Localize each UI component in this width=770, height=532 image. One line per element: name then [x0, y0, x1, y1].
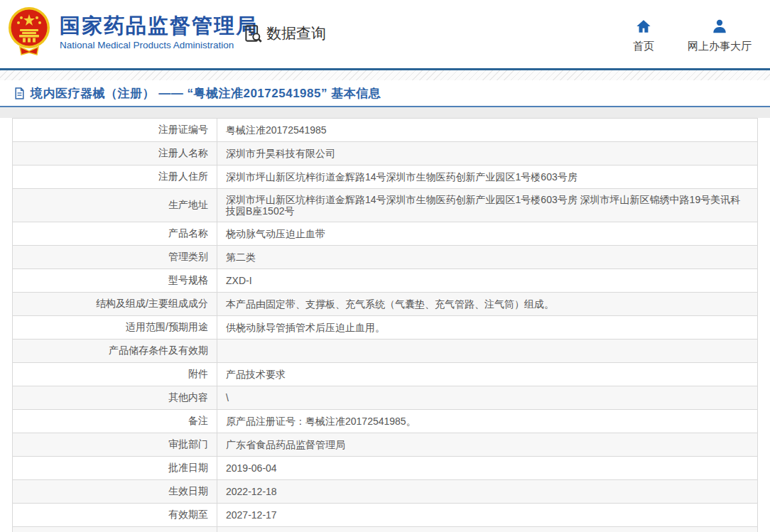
- home-icon: [636, 18, 651, 34]
- site-header: 国家药品监督管理局 National Medical Products Admi…: [0, 0, 770, 68]
- spacer-band: [0, 107, 770, 118]
- nav-home-label: 首页: [633, 40, 654, 53]
- row-value: 第二类: [217, 246, 758, 269]
- row-label: 注册人住所: [13, 165, 217, 189]
- table-row: 产品储存条件及有效期: [13, 340, 758, 363]
- row-label-text: 其他内容: [168, 391, 208, 403]
- row-label: 产品储存条件及有效期: [13, 340, 217, 363]
- row-value: 产品技术要求: [217, 363, 758, 386]
- table-row: 变更情况2022-11-25: 1、生产地址由 “深圳市坪山新区坑梓街道金辉路1…: [13, 527, 758, 532]
- row-label-text: 备注: [188, 415, 208, 426]
- row-label-text: 审批部门: [168, 438, 208, 450]
- row-label-text: 产品储存条件及有效期: [109, 344, 208, 356]
- row-label: 有效期至: [13, 504, 217, 527]
- row-label-text: 注册人名称: [158, 147, 208, 158]
- table-row: 附件产品技术要求: [13, 363, 758, 386]
- row-label-text: 批准日期: [168, 462, 208, 473]
- row-value: 2027-12-17: [217, 504, 758, 527]
- data-query-tab[interactable]: 数据查询: [244, 23, 326, 43]
- row-label-text: 附件: [188, 368, 208, 379]
- row-value: 广东省食品药品监督管理局: [217, 433, 758, 457]
- table-row: 管理类别第二类: [13, 246, 758, 269]
- user-icon: [712, 18, 727, 34]
- row-value: 2022-12-18: [217, 480, 758, 504]
- table-row: 适用范围/预期用途供桡动脉导管插管术后压迫止血用。: [13, 316, 758, 340]
- page-title-bar: 境内医疗器械（注册） —— “粤械注准20172541985” 基本信息: [0, 80, 770, 107]
- page-icon: [13, 87, 26, 99]
- row-value: 2022-11-25: 1、生产地址由 “深圳市坪山新区坑梓街道金辉路14号深圳…: [217, 527, 758, 532]
- row-label: 批准日期: [13, 457, 217, 480]
- data-query-label: 数据查询: [266, 23, 326, 43]
- info-table-body: 注册证编号粤械注准20172541985注册人名称深圳市升昊科技有限公司注册人住…: [13, 119, 758, 532]
- national-emblem-icon: [6, 6, 53, 58]
- brand-logo[interactable]: 国家药品监督管理局 National Medical Products Admi…: [6, 6, 258, 58]
- row-label-text: 生效日期: [168, 485, 208, 496]
- table-row: 生产地址深圳市坪山新区坑梓街道金辉路14号深圳市生物医药创新产业园区1号楼603…: [13, 189, 758, 222]
- row-value: 深圳市坪山新区坑梓街道金辉路14号深圳市生物医药创新产业园区1号楼603号房 深…: [217, 189, 758, 222]
- table-row: 产品名称桡动脉气动压迫止血带: [13, 222, 758, 246]
- nav-online-hall-label: 网上办事大厅: [688, 40, 752, 53]
- row-label: 注册证编号: [13, 119, 217, 142]
- table-row: 注册人住所深圳市坪山新区坑梓街道金辉路14号深圳市生物医药创新产业园区1号楼60…: [13, 165, 758, 189]
- brand-title-en: National Medical Products Administration: [60, 40, 258, 50]
- row-label: 注册人名称: [13, 142, 217, 165]
- table-row: 注册证编号粤械注准20172541985: [13, 119, 758, 142]
- page-title: 境内医疗器械（注册） —— “粤械注准20172541985” 基本信息: [31, 85, 381, 102]
- table-row: 备注原产品注册证号：粤械注准20172541985。: [13, 410, 758, 433]
- table-row: 批准日期2019-06-04: [13, 457, 758, 480]
- row-label: 变更情况: [13, 527, 217, 532]
- row-label: 生效日期: [13, 480, 217, 504]
- row-value: ZXD-I: [217, 269, 758, 293]
- table-row: 结构及组成/主要组成成分本产品由固定带、支撑板、充气系统（气囊垫、充气管路、注气…: [13, 293, 758, 316]
- row-value: 原产品注册证号：粤械注准20172541985。: [217, 410, 758, 433]
- hatch-band: [0, 70, 770, 80]
- row-label-text: 生产地址: [168, 199, 208, 210]
- row-label-text: 注册人住所: [158, 170, 208, 182]
- top-nav: 首页 网上办事大厅: [624, 18, 752, 53]
- row-label-text: 结构及组成/主要组成成分: [96, 298, 208, 309]
- table-row: 生效日期2022-12-18: [13, 480, 758, 504]
- row-label: 生产地址: [13, 189, 217, 222]
- table-row: 审批部门广东省食品药品监督管理局: [13, 433, 758, 457]
- row-label-text: 管理类别: [168, 251, 208, 262]
- row-label: 审批部门: [13, 433, 217, 457]
- row-label-text: 注册证编号: [158, 124, 208, 135]
- row-label-text: 适用范围/预期用途: [126, 321, 208, 332]
- row-label-text: 型号规格: [168, 274, 208, 286]
- row-label-text: 有效期至: [168, 509, 208, 520]
- brand-title-cn: 国家药品监督管理局: [60, 13, 258, 38]
- row-label-text: 产品名称: [168, 227, 208, 239]
- row-value: 本产品由固定带、支撑板、充气系统（气囊垫、充气管路、注气筒）组成。: [217, 293, 758, 316]
- row-value: 粤械注准20172541985: [217, 119, 758, 142]
- row-label: 产品名称: [13, 222, 217, 246]
- row-value: 深圳市升昊科技有限公司: [217, 142, 758, 165]
- main-content: 注册证编号粤械注准20172541985注册人名称深圳市升昊科技有限公司注册人住…: [0, 118, 770, 532]
- row-value: \: [217, 386, 758, 410]
- row-value: 桡动脉气动压迫止血带: [217, 222, 758, 246]
- row-label: 其他内容: [13, 386, 217, 410]
- table-row: 其他内容\: [13, 386, 758, 410]
- brand-text: 国家药品监督管理局 National Medical Products Admi…: [60, 13, 258, 50]
- nav-home[interactable]: 首页: [624, 18, 663, 53]
- row-value: 2019-06-04: [217, 457, 758, 480]
- table-row: 型号规格ZXD-I: [13, 269, 758, 293]
- row-label: 型号规格: [13, 269, 217, 293]
- row-value: 深圳市坪山新区坑梓街道金辉路14号深圳市生物医药创新产业园区1号楼603号房: [217, 165, 758, 189]
- row-label: 适用范围/预期用途: [13, 316, 217, 340]
- registration-info-table: 注册证编号粤械注准20172541985注册人名称深圳市升昊科技有限公司注册人住…: [12, 118, 758, 532]
- row-label: 结构及组成/主要组成成分: [13, 293, 217, 316]
- table-row: 注册人名称深圳市升昊科技有限公司: [13, 142, 758, 165]
- row-label: 备注: [13, 410, 217, 433]
- nav-online-hall[interactable]: 网上办事大厅: [688, 18, 752, 53]
- row-value: 供桡动脉导管插管术后压迫止血用。: [217, 316, 758, 340]
- row-value: [217, 340, 758, 363]
- row-label: 附件: [13, 363, 217, 386]
- document-search-icon: [244, 24, 263, 43]
- row-label: 管理类别: [13, 246, 217, 269]
- table-row: 有效期至2027-12-17: [13, 504, 758, 527]
